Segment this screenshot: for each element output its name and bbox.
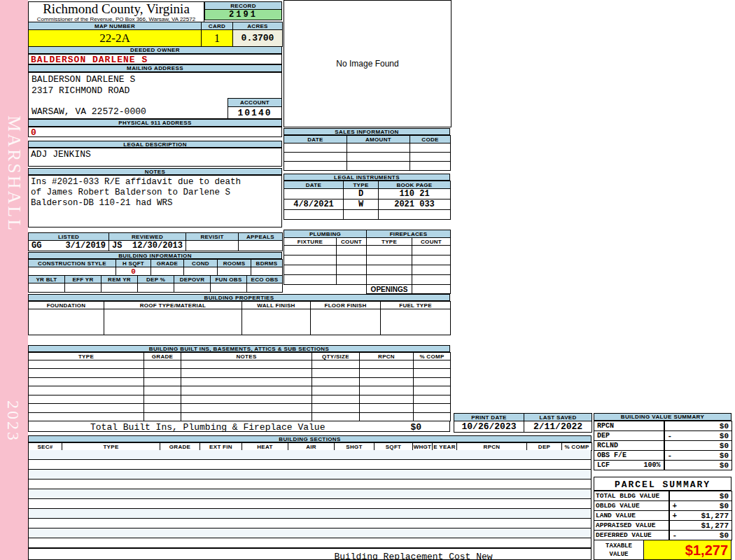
mailing-address-bar: MAILING ADDRESS (28, 64, 282, 72)
taxable-value-row: TAXABLE VALUE $1,277 (594, 540, 732, 560)
fireplace-count-label: COUNT (412, 238, 451, 246)
instruments-bar: LEGAL INSTRUMENTS (284, 174, 450, 181)
section-row (28, 509, 592, 519)
remyr-label: REM YR (102, 276, 138, 284)
parcel-row-label: OBLDG VALUE (594, 501, 669, 511)
sec-whgt-label: WHGT (413, 443, 433, 451)
sec-rpcn-label: RPCN (457, 443, 527, 451)
taxable-value-label: TAXABLE VALUE (594, 540, 644, 560)
sales-date-label: DATE (284, 136, 347, 144)
building-value-summary-bar: BUILDING VALUE SUMMARY (594, 413, 732, 421)
print-info-table: PRINT DATE LAST SAVED 10/26/2023 2/11/20… (454, 413, 592, 433)
bvs-row-op: - (668, 432, 673, 440)
sales-code-label: CODE (410, 136, 451, 144)
instrument-row-date: 4/8/2021 (284, 200, 344, 210)
replacement-cost-label: Building Replacement Cost New (334, 552, 492, 560)
openings-value (412, 285, 451, 294)
map-card-acres-table: MAP NUMBER CARD ACRES 22-2A 1 0.3700 (28, 22, 283, 47)
instrument-row-type (344, 210, 379, 220)
yrblt-label: YR BLT (29, 276, 65, 284)
section-row (28, 470, 592, 479)
sec-num-label: SEC# (29, 443, 62, 451)
sec-type-label: TYPE (62, 443, 160, 451)
instrument-date-label: DATE (284, 181, 344, 189)
record-label: RECORD (205, 2, 282, 10)
parcel-summary-title: PARCEL SUMMARY (594, 477, 732, 491)
mailing-line-1: BALDERSON DARLENE S (31, 74, 279, 85)
ecoobs-label: ECO OBS (247, 276, 283, 284)
last-saved-value: 2/11/2022 (524, 421, 592, 433)
listed-by: GG (31, 241, 41, 251)
instrument-row-bookpage (379, 210, 451, 220)
depovr-label: DEPOVR (174, 276, 211, 284)
property-record-card: MARSHALL 2023 Richmond County, Virginia … (0, 0, 735, 560)
building-info-bar: BUILDING INFORMATION (28, 252, 282, 259)
taxable-value-cell: $1,277 (644, 540, 732, 560)
map-number-value: 22-2A (29, 30, 202, 47)
sec-sqft-label: SQFT (374, 443, 413, 451)
builtins-comp-label: % COMP (414, 353, 451, 360)
bvs-row-label: DEP (597, 432, 610, 440)
builtins-qty-label: QTY/SIZE (312, 353, 360, 360)
rooms-label: ROOMS (218, 260, 251, 267)
legal-description-value: ADJ JENKINS (28, 148, 282, 167)
built-ins-bar: BUILDING BUILT INS, BASEMENTS, ATTICS & … (28, 345, 450, 352)
built-ins-table: TYPE GRADE NOTES QTY/SIZE RPCN % COMP (28, 352, 451, 421)
bvs-row-value: $0 (720, 422, 729, 430)
parcel-row-label: TOTAL BLDG VALUE (594, 491, 669, 501)
account-value: 10140 (228, 107, 282, 119)
fixture-label: FIXTURE (284, 238, 337, 246)
section-row (28, 538, 592, 548)
builtins-notes-label: NOTES (181, 353, 312, 360)
fireplaces-title: FIREPLACES (367, 230, 451, 238)
deeded-owner-value: BALDERSON DARLENE S (28, 54, 282, 64)
construction-style-label: CONSTRUCTION STYLE (29, 260, 116, 267)
sec-extfin-label: EXT FIN (200, 443, 242, 451)
sec-heat-label: HEAT (242, 443, 288, 451)
effyr-label: EFF YR (65, 276, 102, 284)
reviewed-by: JS (112, 241, 122, 251)
instrument-row-type: W (344, 200, 379, 210)
plumbing-fireplaces-table: PLUMBING FIREPLACES FIXTURE COUNT TYPE C… (284, 230, 451, 294)
fuel-type-label: FUEL TYPE (381, 302, 451, 309)
instrument-type-label: TYPE (344, 181, 379, 189)
bvs-row-value: $0 (720, 432, 729, 440)
bvs-row-extra: 100% (643, 461, 660, 469)
bvs-row-label: LCF (597, 461, 610, 469)
building-value-summary-table: RPCN $0 DEP - $0 RCLND $0 O (594, 421, 732, 470)
section-row (28, 528, 592, 538)
dep-pct-label: DEP % (138, 276, 174, 284)
fireplace-type-label: TYPE (367, 238, 412, 246)
appeals-value (239, 241, 283, 251)
notes-line-1: Ins #2021-033 R/E affidavit due to death (31, 177, 279, 188)
listed-date: 3/1/2019 (65, 241, 106, 251)
parcel-summary-title-text: PARCEL SUMMARY (615, 479, 710, 490)
section-row (28, 489, 592, 499)
record-table: RECORD 2191 (204, 1, 282, 20)
revisit-value (186, 241, 239, 251)
roof-label: ROOF TYPE/MATERIAL (104, 302, 242, 309)
notes-block: Ins #2021-033 R/E affidavit due to death… (28, 175, 282, 227)
county-subtitle: Commissioner of the Revenue, PO Box 366,… (29, 16, 204, 22)
instrument-row-date (284, 210, 344, 220)
legal-description-bar: LEGAL DESCRIPTION (28, 141, 282, 148)
review-table: LISTED REVIEWED REVISIT APPEALS GG 3/1/2… (28, 232, 283, 251)
sec-shgt-label: SHGT (335, 443, 374, 451)
instrument-row-bookpage: 2021 033 (379, 200, 451, 210)
section-row (28, 460, 592, 470)
county-header: Richmond County, Virginia Commissioner o… (28, 1, 204, 22)
notes-bar: NOTES (28, 168, 282, 175)
physical-address-bar: PHYSICAL 911 ADDRESS (28, 119, 282, 127)
bdrms-label: BDRMS (251, 260, 283, 267)
instrument-row-date (284, 189, 344, 200)
building-info-table-2: YR BLT EFF YR REM YR DEP % DEPOVR FUN OB… (28, 275, 283, 293)
building-info-table-1: CONSTRUCTION STYLE H SQFT GRADE COND ROO… (28, 259, 283, 276)
parcel-row-label: APPRAISED VALUE (594, 521, 669, 531)
sec-comp-label: % COMP (562, 443, 592, 451)
reviewed-label: REVIEWED (109, 233, 186, 241)
bvs-row-op: - (668, 451, 673, 460)
bvs-row-label: OBS F/E (597, 451, 626, 459)
bvs-row-label: RPCN (597, 422, 614, 430)
parcel-row-label: LAND VALUE (594, 511, 669, 521)
plumbing-title: PLUMBING (284, 230, 367, 238)
